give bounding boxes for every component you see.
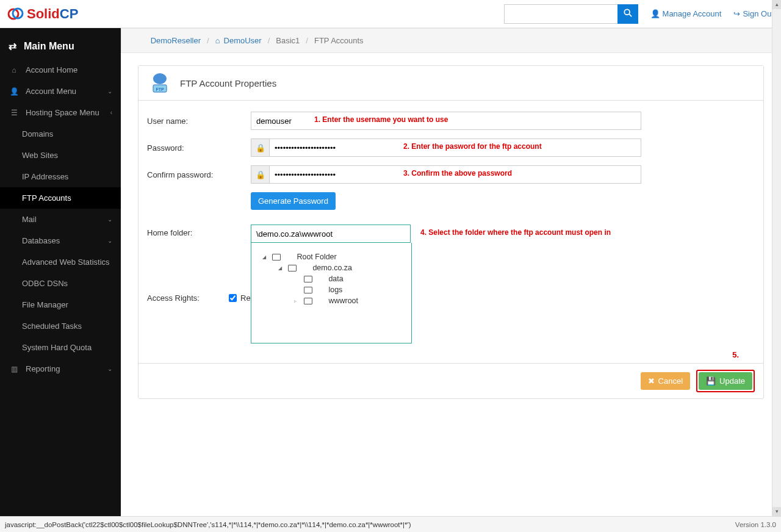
sidebar-item-domains[interactable]: Domains <box>0 123 121 145</box>
home-icon: ⌂ <box>215 36 220 45</box>
breadcrumb-ftp-accounts: FTP Accounts <box>314 36 364 45</box>
sign-out-label: Sign Out <box>743 9 774 18</box>
signout-icon: ↪ <box>733 9 740 18</box>
logo-icon <box>7 7 24 21</box>
tree-wwwroot[interactable]: ▹ wwwroot <box>262 295 405 306</box>
search-input[interactable] <box>504 4 617 24</box>
logo-text-1: Solid <box>27 6 60 22</box>
access-rights-option: Re <box>240 293 251 303</box>
folder-tree: ◢ Root Folder ◢ demo.co.za ▸ data ▸ logs… <box>251 243 412 343</box>
confirm-password-label: Confirm password: <box>147 170 251 179</box>
breadcrumb-demouser[interactable]: DemoUser <box>224 36 262 45</box>
tree-demo-co-za[interactable]: ◢ demo.co.za <box>262 262 405 273</box>
scrollbar[interactable]: ▴ ▾ <box>772 0 781 516</box>
ftp-properties-panel: FTP FTP Account Properties User name: 1.… <box>138 65 764 399</box>
tree-root[interactable]: ◢ Root Folder <box>262 251 405 262</box>
breadcrumb-basic1: Basic1 <box>276 36 300 45</box>
main-menu-title: Main Menu <box>24 41 74 52</box>
sign-out-link[interactable]: ↪ Sign Out <box>733 9 774 18</box>
breadcrumb: DemoReseller / ⌂ DemoUser / Basic1 / FTP… <box>121 28 781 53</box>
tree-node-label: Root Folder <box>297 253 336 261</box>
sidebar-item-label: System Hard Quota <box>22 343 92 352</box>
ftp-icon: FTP <box>147 72 173 94</box>
chevron-down-icon: ⌄ <box>107 237 112 244</box>
logo[interactable]: SolidCP <box>7 6 78 22</box>
update-button[interactable]: 💾 Update <box>699 372 752 390</box>
sidebar-item-reporting[interactable]: ▥Reporting⌄ <box>0 358 121 379</box>
sidebar-item-odbc-dsns[interactable]: ODBC DSNs <box>0 273 121 294</box>
sidebar-item-system-hard-quota[interactable]: System Hard Quota <box>0 337 121 358</box>
sidebar-item-ftp-accounts[interactable]: FTP Accounts <box>0 187 121 209</box>
tree-logs[interactable]: ▸ logs <box>262 284 405 295</box>
sidebar-item-adv-web-stats[interactable]: Advanced Web Statistics <box>0 251 121 273</box>
tree-node-label: demo.co.za <box>312 264 352 272</box>
sidebar-item-account-home[interactable]: ⌂Account Home <box>0 59 121 81</box>
chevron-left-icon: ‹ <box>110 109 112 116</box>
sidebar-item-file-manager[interactable]: File Manager <box>0 294 121 315</box>
chevron-down-icon: ⌄ <box>107 365 112 372</box>
status-bar: javascript:__doPostBack('ctl22$ctl00$ctl… <box>0 516 781 532</box>
panel-title: FTP Account Properties <box>180 78 276 88</box>
scroll-track[interactable] <box>772 9 781 507</box>
folder-icon <box>272 254 281 261</box>
tree-node-label: logs <box>328 286 342 294</box>
chart-icon: ▥ <box>9 365 20 373</box>
sidebar-item-hosting-space[interactable]: ☰Hosting Space Menu‹ <box>0 102 121 123</box>
close-icon: ✖ <box>648 376 655 386</box>
home-folder-input[interactable] <box>251 225 411 243</box>
topbar: SolidCP 👤 Manage Account ↪ Sign Out <box>0 0 781 28</box>
sidebar-item-databases[interactable]: Databases⌄ <box>0 230 121 251</box>
manage-account-link[interactable]: 👤 Manage Account <box>650 9 722 18</box>
sidebar-item-label: Reporting <box>26 364 60 373</box>
sidebar-item-label: Advanced Web Statistics <box>22 257 110 267</box>
scroll-up-arrow[interactable]: ▴ <box>772 0 781 9</box>
sidebar-item-account-menu[interactable]: 👤Account Menu⌄ <box>0 81 121 102</box>
list-icon: ☰ <box>9 109 20 117</box>
home-icon: ⌂ <box>9 66 20 74</box>
scroll-down-arrow[interactable]: ▾ <box>772 507 781 516</box>
tree-data[interactable]: ▸ data <box>262 273 405 284</box>
confirm-password-input[interactable] <box>269 165 641 184</box>
cancel-button[interactable]: ✖ Cancel <box>641 372 690 390</box>
sidebar-item-mail[interactable]: Mail⌄ <box>0 209 121 230</box>
sidebar-item-label: Account Menu <box>26 87 76 96</box>
folder-icon <box>304 276 312 282</box>
tree-node-label: data <box>328 275 343 283</box>
user-icon: 👤 <box>650 9 660 18</box>
sidebar-item-label: Web Sites <box>22 151 58 160</box>
search-box <box>504 4 638 24</box>
chevron-down-icon: ⌄ <box>107 216 112 223</box>
status-js-text: javascript:__doPostBack('ctl22$ctl00$ctl… <box>5 521 411 528</box>
password-input[interactable] <box>269 138 641 157</box>
panel-footer: 5. ✖ Cancel 💾 Update <box>139 363 763 398</box>
sidebar-item-ip-addresses[interactable]: IP Addresses <box>0 166 121 187</box>
user-icon: 👤 <box>9 87 20 96</box>
sidebar-item-label: File Manager <box>22 300 68 309</box>
generate-password-button[interactable]: Generate Password <box>251 192 336 210</box>
sidebar-item-label: IP Addresses <box>22 172 68 181</box>
sidebar: ⇄ Main Menu ⌂Account Home 👤Account Menu⌄… <box>0 28 121 516</box>
svg-text:FTP: FTP <box>156 87 164 92</box>
sidebar-item-label: Mail <box>22 215 37 224</box>
username-label: User name: <box>147 117 251 126</box>
chevron-down-icon: ⌄ <box>107 88 112 95</box>
folder-icon <box>304 287 312 293</box>
sidebar-item-label: Hosting Space Menu <box>26 108 99 117</box>
sidebar-item-websites[interactable]: Web Sites <box>0 145 121 166</box>
sidebar-item-scheduled-tasks[interactable]: Scheduled Tasks <box>0 315 121 337</box>
home-folder-label: Home folder: <box>147 225 251 237</box>
update-label: Update <box>719 376 745 386</box>
svg-line-3 <box>629 14 632 16</box>
sidebar-item-label: FTP Accounts <box>22 193 71 203</box>
svg-point-2 <box>624 9 630 15</box>
save-icon: 💾 <box>706 376 716 386</box>
cancel-label: Cancel <box>658 376 683 386</box>
menu-icon: ⇄ <box>9 40 16 52</box>
sidebar-item-label: Databases <box>22 236 60 245</box>
logo-text-2: CP <box>60 6 79 22</box>
breadcrumb-demoreseller[interactable]: DemoReseller <box>151 36 201 45</box>
hint-4: 4. Select the folder where the ftp accou… <box>420 228 611 237</box>
username-input[interactable] <box>251 112 641 130</box>
access-rights-checkbox[interactable] <box>229 294 237 302</box>
search-button[interactable] <box>617 4 638 24</box>
